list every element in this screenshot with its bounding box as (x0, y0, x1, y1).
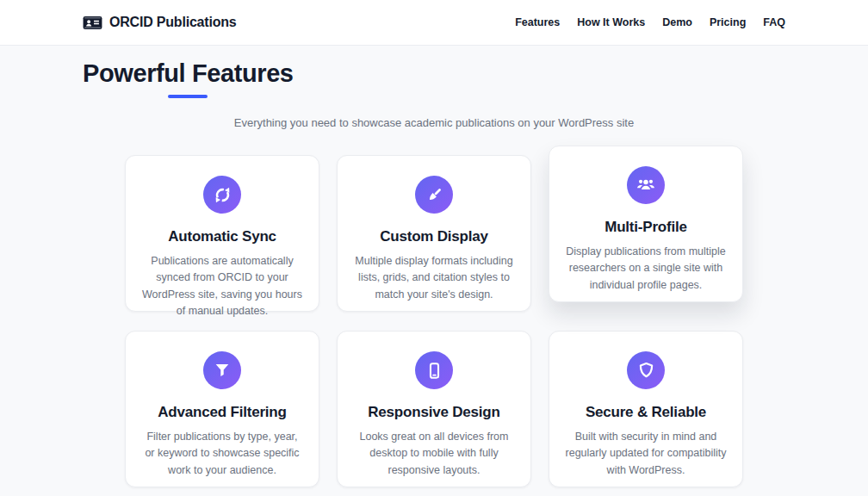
page-title: Powerful Features (83, 59, 294, 88)
paintbrush-icon (415, 176, 453, 214)
nav-link-demo[interactable]: Demo (662, 16, 692, 28)
feature-card: Advanced Filtering Filter publications b… (125, 331, 319, 487)
feature-card: Multi-Profile Display publications from … (549, 146, 743, 302)
feature-description: Filter publications by type, year, or ke… (141, 429, 303, 479)
feature-title: Responsive Design (353, 404, 515, 421)
feature-card: Custom Display Multiple display formats … (337, 155, 531, 312)
features-section: Powerful Features Everything you need to… (0, 46, 868, 487)
feature-description: Display publications from multiple resea… (565, 244, 727, 294)
title-underline (168, 95, 208, 98)
section-container: Powerful Features Everything you need to… (83, 46, 785, 487)
feature-description: Multiple display formats including lists… (353, 253, 515, 303)
feature-card: Secure & Reliable Built with security in… (549, 331, 743, 487)
nav-links: FeaturesHow It WorksDemoPricingFAQ (515, 16, 785, 28)
navbar-inner: ORCID Publications FeaturesHow It WorksD… (83, 0, 785, 45)
shield-icon (627, 351, 665, 389)
filter-icon (203, 351, 241, 389)
feature-description: Built with security in mind and regularl… (565, 429, 727, 479)
feature-card: Responsive Design Looks great on all dev… (337, 331, 531, 487)
feature-card: Automatic Sync Publications are automati… (125, 155, 319, 312)
id-card-icon (83, 15, 102, 31)
section-title-wrap: Powerful Features (83, 59, 294, 98)
users-icon (627, 166, 665, 204)
smartphone-icon (415, 351, 453, 389)
sync-icon (203, 176, 241, 214)
feature-title: Advanced Filtering (141, 404, 303, 421)
nav-link-features[interactable]: Features (515, 16, 560, 28)
nav-link-how-it-works[interactable]: How It Works (577, 16, 645, 28)
nav-link-pricing[interactable]: Pricing (710, 16, 746, 28)
features-grid: Automatic Sync Publications are automati… (125, 155, 743, 487)
feature-description: Publications are automatically synced fr… (141, 253, 303, 320)
brand[interactable]: ORCID Publications (83, 15, 237, 31)
nav-link-faq[interactable]: FAQ (763, 16, 785, 28)
feature-description: Looks great on all devices from desktop … (353, 429, 515, 479)
feature-title: Multi-Profile (565, 219, 727, 236)
feature-title: Automatic Sync (141, 228, 303, 245)
feature-title: Secure & Reliable (565, 404, 727, 421)
feature-title: Custom Display (353, 228, 515, 245)
navbar: ORCID Publications FeaturesHow It WorksD… (0, 0, 868, 46)
section-subtitle: Everything you need to showcase academic… (83, 116, 785, 129)
brand-name: ORCID Publications (109, 15, 237, 30)
